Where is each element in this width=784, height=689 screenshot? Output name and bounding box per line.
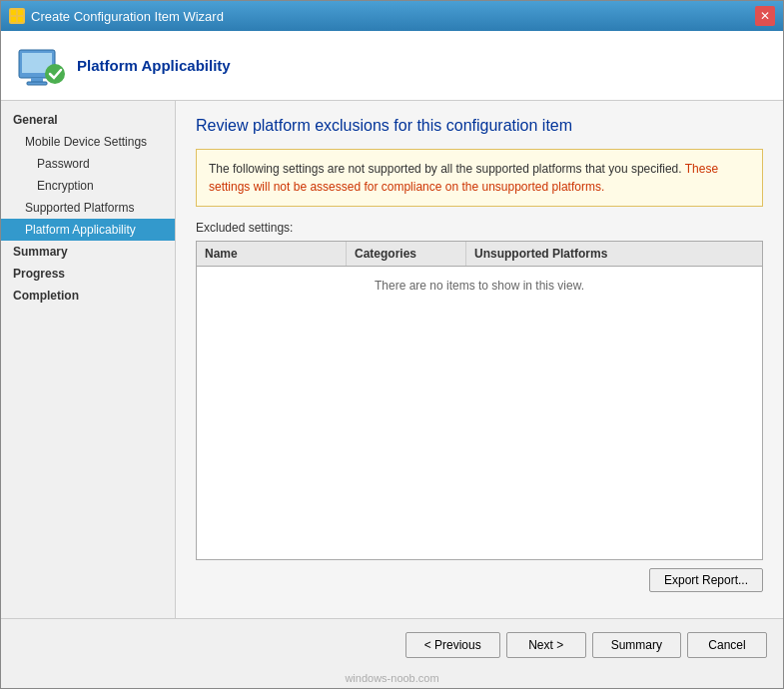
svg-rect-3 xyxy=(18,17,23,22)
excluded-label: Excluded settings: xyxy=(196,221,763,235)
info-box: The following settings are not supported… xyxy=(196,149,763,207)
svg-rect-1 xyxy=(18,10,23,15)
header-bar: Platform Applicability xyxy=(1,31,783,101)
sidebar-item-general[interactable]: General xyxy=(1,109,175,131)
header-title: Platform Applicability xyxy=(77,57,231,74)
header-icon xyxy=(17,42,65,90)
export-report-button[interactable]: Export Report... xyxy=(649,568,763,592)
sidebar-item-progress[interactable]: Progress xyxy=(1,263,175,285)
table-empty-message: There are no items to show in this view. xyxy=(197,267,762,305)
main-window: Create Configuration Item Wizard ✕ Platf… xyxy=(0,0,784,689)
sidebar-item-summary[interactable]: Summary xyxy=(1,241,175,263)
col-name-header: Name xyxy=(197,242,347,266)
svg-rect-2 xyxy=(11,17,16,22)
footer: < Previous Next > Summary Cancel xyxy=(1,618,783,670)
svg-rect-7 xyxy=(27,82,47,85)
previous-button[interactable]: < Previous xyxy=(405,632,500,658)
watermark: windows-noob.com xyxy=(1,670,783,688)
title-bar-left: Create Configuration Item Wizard xyxy=(9,8,224,24)
sidebar-item-completion[interactable]: Completion xyxy=(1,285,175,307)
next-button[interactable]: Next > xyxy=(506,632,586,658)
sidebar-item-platform-applicability[interactable]: Platform Applicability xyxy=(1,219,175,241)
sidebar-item-encryption[interactable]: Encryption xyxy=(1,175,175,197)
summary-button[interactable]: Summary xyxy=(592,632,681,658)
sidebar: GeneralMobile Device SettingsPasswordEnc… xyxy=(1,101,176,618)
cancel-button[interactable]: Cancel xyxy=(687,632,767,658)
sidebar-item-mobile-device-settings[interactable]: Mobile Device Settings xyxy=(1,131,175,153)
info-text-normal: The following settings are not supported… xyxy=(209,162,685,176)
sidebar-item-supported-platforms[interactable]: Supported Platforms xyxy=(1,197,175,219)
col-cat-header: Categories xyxy=(347,242,466,266)
svg-point-8 xyxy=(45,64,65,84)
svg-rect-0 xyxy=(11,10,16,15)
main-content: GeneralMobile Device SettingsPasswordEnc… xyxy=(1,101,783,618)
window-title: Create Configuration Item Wizard xyxy=(31,9,224,24)
sidebar-item-password[interactable]: Password xyxy=(1,153,175,175)
close-button[interactable]: ✕ xyxy=(755,6,775,26)
content-area: Review platform exclusions for this conf… xyxy=(176,101,783,618)
page-title: Review platform exclusions for this conf… xyxy=(196,117,763,135)
excluded-settings-table: Name Categories Unsupported Platforms Th… xyxy=(196,241,763,560)
export-row: Export Report... xyxy=(196,560,763,592)
app-icon xyxy=(9,8,25,24)
table-header: Name Categories Unsupported Platforms xyxy=(197,242,762,267)
title-bar: Create Configuration Item Wizard ✕ xyxy=(1,1,783,31)
col-unsupported-header: Unsupported Platforms xyxy=(466,242,762,266)
